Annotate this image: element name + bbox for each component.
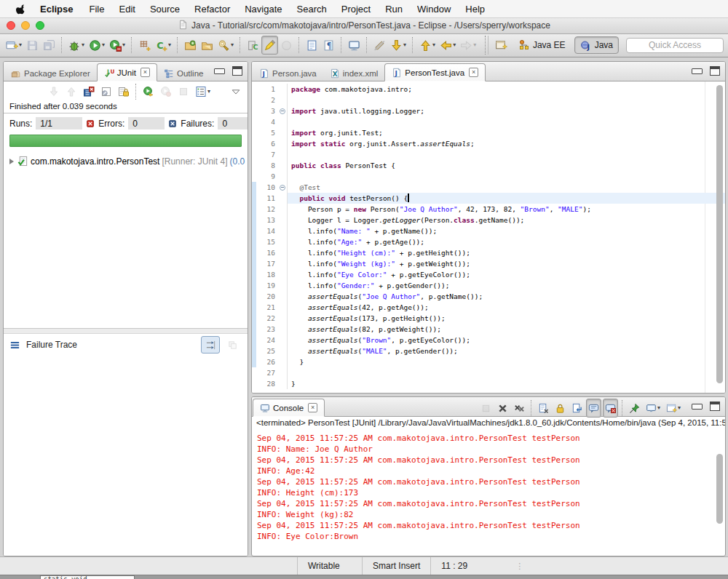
minimize-window-button[interactable] <box>21 21 30 30</box>
gold-back-button[interactable]: ▾ <box>438 36 458 55</box>
expand-arrow-icon[interactable] <box>9 159 14 164</box>
folder-dot-button[interactable] <box>182 36 199 55</box>
new-class-button[interactable]: C▾ <box>153 36 173 55</box>
dropdown-arrow-icon[interactable]: ▾ <box>403 42 406 48</box>
rerun-button[interactable] <box>141 82 157 101</box>
code-text[interactable]: assertEquals("Brown", p.getEyeColor()); <box>288 335 725 346</box>
dropdown-arrow-icon[interactable]: ▾ <box>102 42 105 48</box>
menu-item-search[interactable]: Search <box>290 4 334 15</box>
perspective-java[interactable]: JJava <box>574 36 619 54</box>
dropdown-arrow-icon[interactable]: ▾ <box>168 42 171 48</box>
menu-item-navigate[interactable]: Navigate <box>237 4 289 15</box>
open-perspective-button[interactable] <box>493 36 510 55</box>
arrow-down-gray-button[interactable] <box>46 82 62 101</box>
page-x-button[interactable] <box>536 399 551 418</box>
console-tab-console[interactable]: Console× <box>253 399 325 417</box>
code-text[interactable]: package com.makotojava.intro; <box>288 84 725 95</box>
menu-item-window[interactable]: Window <box>410 4 458 15</box>
code-text[interactable]: l.info("Height (cm):" + p.getHeight()); <box>288 247 725 258</box>
debug-button[interactable]: ▾ <box>66 36 87 55</box>
dropdown-arrow-icon[interactable]: ▾ <box>453 42 456 48</box>
dropdown-arrow-icon[interactable]: ▾ <box>19 42 22 48</box>
fail-filter-button[interactable] <box>81 82 97 101</box>
dropdown-arrow-icon[interactable]: ▾ <box>82 42 84 48</box>
marker-button[interactable] <box>261 36 278 55</box>
menu-item-project[interactable]: Project <box>334 4 378 15</box>
menu-item-refactor[interactable]: Refactor <box>187 4 237 15</box>
dropdown-arrow-icon[interactable]: ▾ <box>122 42 125 48</box>
coverage-button[interactable]: ▾ <box>107 36 127 55</box>
junit-test-tree[interactable]: com.makotojava.intro.PersonTest [Runner:… <box>4 149 248 328</box>
clear-x-button[interactable] <box>495 399 510 418</box>
bubble-button[interactable] <box>586 399 601 418</box>
code-text[interactable]: l.info("Name: " + p.getName()); <box>288 225 725 236</box>
lock-list-button[interactable] <box>116 82 132 101</box>
editor-tab-person-java[interactable]: JPerson.java <box>253 65 323 81</box>
code-text[interactable]: @Test <box>288 182 725 193</box>
dropdown-arrow-icon[interactable]: ▾ <box>432 42 435 48</box>
apple-menu[interactable] <box>9 4 33 15</box>
code-text[interactable]: public void testPerson() { <box>288 193 725 204</box>
code-text[interactable]: import org.junit.Test; <box>288 127 725 138</box>
code-text[interactable]: } <box>288 356 725 367</box>
code-text[interactable] <box>288 149 725 160</box>
blue-doc-button[interactable] <box>304 36 320 55</box>
code-text[interactable]: import static org.junit.Assert.assertEqu… <box>288 138 725 149</box>
code-editor[interactable]: 1package com.makotojava.intro;23import j… <box>252 81 725 394</box>
ft-stack-button[interactable] <box>223 336 242 354</box>
dropdown-arrow-icon[interactable]: ▾ <box>207 89 210 95</box>
run-button[interactable]: ▾ <box>87 36 107 55</box>
menu-item-file[interactable]: File <box>82 4 112 15</box>
new-grid-button[interactable] <box>136 36 153 55</box>
ft-compare-button[interactable] <box>201 336 220 354</box>
fold-collapse-icon[interactable] <box>277 105 288 116</box>
save-button[interactable] <box>24 36 41 55</box>
pen-slash-button[interactable] <box>371 36 388 55</box>
view-menu-button[interactable] <box>229 82 243 101</box>
failure-trace-menu-icon[interactable] <box>9 340 20 351</box>
code-text[interactable]: } <box>288 378 725 389</box>
history-list-button[interactable]: ▾ <box>193 82 213 101</box>
save-all-button[interactable] <box>41 36 58 55</box>
dropdown-arrow-icon[interactable]: ▾ <box>678 405 681 411</box>
monitor-button[interactable] <box>346 36 363 55</box>
code-text[interactable]: l.info("Weight (kg):" + p.getWeight()); <box>288 258 725 269</box>
stop-gray-button[interactable] <box>478 399 494 418</box>
code-text[interactable] <box>288 367 725 378</box>
rerun-fail-button[interactable] <box>158 82 174 101</box>
fold-collapse-icon[interactable] <box>277 182 288 193</box>
code-text[interactable]: public class PersonTest { <box>288 160 725 171</box>
pin-green-button[interactable] <box>627 399 642 418</box>
arrow-up-gray-button[interactable] <box>63 82 79 101</box>
lock-gold-button[interactable] <box>553 399 568 418</box>
dropdown-arrow-icon[interactable]: ▾ <box>657 405 660 411</box>
code-text[interactable]: Logger l = Logger.getLogger(Person.class… <box>288 215 725 225</box>
close-tab-icon[interactable]: × <box>469 68 478 77</box>
quick-access-input[interactable]: Quick Access <box>626 38 724 53</box>
stop-gray-button[interactable] <box>175 82 191 101</box>
maximize-view-icon[interactable] <box>232 66 242 76</box>
code-text[interactable]: assertEquals(82, p.getWeight()); <box>288 324 725 335</box>
view-tab-package-explorer[interactable]: Package Explorer <box>4 65 97 81</box>
bubble-x-button[interactable] <box>603 399 618 418</box>
new-view-dd-button[interactable]: ▾ <box>664 399 683 418</box>
maximize-editor-icon[interactable] <box>710 66 720 76</box>
minimize-editor-icon[interactable] <box>692 68 703 74</box>
code-text[interactable]: assertEquals("MALE", p.getGender()); <box>288 346 725 356</box>
page-return-button[interactable] <box>569 399 585 418</box>
menu-item-help[interactable]: Help <box>458 4 492 15</box>
minimize-console-icon[interactable] <box>692 404 703 410</box>
failure-trace-sash[interactable] <box>4 328 248 334</box>
console-scrollbar[interactable] <box>716 454 723 524</box>
minimize-view-icon[interactable] <box>214 68 225 74</box>
menu-item-eclipse[interactable]: Eclipse <box>33 4 82 15</box>
select-c-button[interactable]: C <box>245 36 261 55</box>
code-text[interactable]: l.info("Gender:" + p.getGender()); <box>288 280 725 291</box>
close-window-button[interactable] <box>7 21 15 30</box>
zoom-window-button[interactable] <box>36 21 44 30</box>
console-dd-button[interactable]: ▾ <box>644 399 662 418</box>
dropdown-arrow-icon[interactable]: ▾ <box>231 42 234 48</box>
menu-item-source[interactable]: Source <box>143 4 187 15</box>
window-titlebar[interactable]: Java - Tutorial/src/com/makotojava/intro… <box>0 17 728 34</box>
code-text[interactable]: import java.util.logging.Logger; <box>288 105 725 116</box>
